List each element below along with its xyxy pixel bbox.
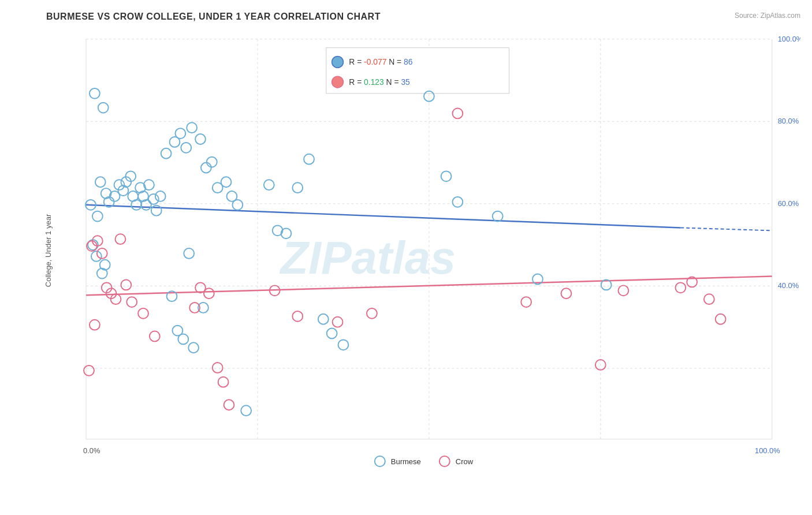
svg-line-24 [680,227,772,230]
svg-point-62 [232,200,243,210]
svg-point-108 [561,288,572,298]
svg-point-117 [439,456,450,467]
svg-text:40.0%: 40.0% [778,281,799,290]
svg-point-60 [221,177,232,187]
scatter-plot: 100.0% 80.0% 60.0% 40.0% 0.0% 100.0% ZIP… [46,28,800,473]
svg-point-65 [178,334,188,345]
svg-point-69 [264,180,274,190]
svg-point-109 [619,285,629,296]
svg-point-96 [150,331,160,342]
svg-point-106 [452,109,463,119]
svg-point-79 [452,197,463,207]
svg-point-86 [97,248,107,259]
svg-point-56 [195,134,206,144]
svg-point-51 [161,148,172,159]
svg-point-92 [126,297,137,307]
svg-text:ZIPatlas: ZIPatlas [280,232,456,283]
svg-point-32 [114,180,125,190]
svg-point-50 [100,260,110,270]
chart-legend: Burmese Crow [374,455,473,468]
svg-point-21 [332,76,344,88]
svg-text:100.0%: 100.0% [755,446,780,455]
svg-point-116 [375,456,385,467]
svg-point-90 [116,234,126,244]
legend-item-crow: Crow [438,455,473,468]
svg-point-66 [188,342,199,353]
svg-point-76 [338,339,349,350]
svg-point-94 [84,365,94,376]
svg-point-58 [207,157,217,167]
svg-point-26 [90,88,100,99]
svg-text:60.0%: 60.0% [778,199,799,208]
svg-point-91 [121,279,131,290]
svg-point-68 [184,248,194,259]
svg-point-75 [327,329,337,339]
y-axis-label: College, Under 1 year [44,214,53,287]
crow-legend-label: Crow [456,457,473,466]
burmese-legend-label: Burmese [391,457,421,466]
svg-point-103 [292,311,303,322]
svg-point-74 [318,314,329,324]
burmese-legend-icon [374,455,386,468]
svg-point-112 [704,294,714,304]
svg-point-19 [332,56,344,68]
svg-text:0.0%: 0.0% [83,446,100,455]
svg-point-113 [716,314,726,324]
svg-point-107 [521,297,531,307]
svg-point-100 [213,363,223,373]
crow-legend-icon [438,455,451,468]
svg-point-27 [98,103,109,113]
svg-point-44 [155,191,166,201]
source-label: Source: ZipAtlas.com [735,12,800,20]
svg-text:100.0%: 100.0% [778,35,800,43]
svg-point-57 [201,163,211,173]
svg-point-93 [90,320,100,330]
chart-area: College, Under 1 year 100.0% 80.0% 60.0% [46,28,800,473]
svg-point-80 [493,211,503,222]
svg-text:R = -0.077   N = 86: R = -0.077 N = 86 [349,57,412,66]
svg-point-72 [292,182,303,193]
svg-point-40 [141,200,151,210]
svg-point-78 [441,171,452,181]
svg-text:80.0%: 80.0% [778,117,799,125]
svg-point-110 [675,282,686,293]
svg-line-23 [86,205,680,228]
svg-point-28 [95,177,106,187]
svg-point-99 [204,288,214,298]
svg-point-55 [187,122,197,133]
svg-point-54 [181,143,191,153]
chart-title: BURMESE VS CROW COLLEGE, UNDER 1 YEAR CO… [46,12,800,22]
svg-point-95 [138,308,148,319]
svg-point-41 [144,180,154,190]
svg-point-37 [131,200,141,210]
svg-point-104 [333,317,343,327]
legend-item-burmese: Burmese [374,455,421,468]
svg-point-101 [218,377,229,387]
svg-point-48 [91,251,102,262]
svg-point-42 [148,194,159,204]
svg-point-45 [92,211,103,222]
svg-point-73 [304,154,314,165]
svg-point-115 [224,400,234,410]
chart-container: BURMESE VS CROW COLLEGE, UNDER 1 YEAR CO… [0,0,812,515]
svg-point-105 [367,308,377,319]
svg-text:R =  0.123   N = 35: R = 0.123 N = 35 [349,77,410,87]
svg-point-83 [241,405,251,416]
svg-point-53 [175,128,185,139]
